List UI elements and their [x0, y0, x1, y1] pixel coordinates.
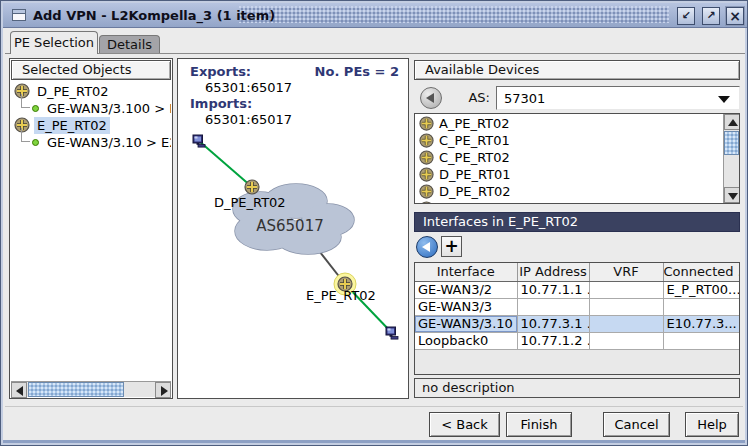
as-label: AS:	[460, 90, 490, 105]
ce-link-line	[199, 141, 252, 187]
tree-elbow-connector	[21, 128, 30, 142]
ce-computer-icon[interactable]	[386, 327, 398, 339]
device-name: D_PE_RT02	[439, 184, 511, 199]
cell-vrf[interactable]	[589, 281, 663, 298]
table-row[interactable]: GE-WAN3/2 10.77.1.1 . E_P_RT00...	[415, 281, 739, 298]
table-row-selected[interactable]: GE-WAN3/3.10 10.77.3.1 .. E10.77.3...	[415, 315, 739, 332]
cell-ip[interactable]: 10.77.1.2 .	[517, 332, 589, 349]
device-list-item[interactable]: A_PE_RT02	[415, 115, 722, 132]
column-header[interactable]: IP Address	[517, 263, 589, 281]
horizontal-scrollbar[interactable]	[11, 381, 171, 397]
minimize-icon[interactable]: ↙	[677, 7, 695, 25]
device-list-item[interactable]: E_PE_RT01	[415, 200, 722, 204]
device-list-item[interactable]: C_PE_RT02	[415, 149, 722, 166]
device-name: C_PE_RT02	[439, 150, 510, 165]
scrollbar-thumb[interactable]	[28, 382, 124, 397]
selected-objects-tree: D_PE_RT02 GE-WAN3/3.100 > E201 E_PE_RT02…	[11, 83, 171, 380]
topology-panel: Exports: 65301:65017 No. PEs = 2 Imports…	[177, 58, 409, 399]
interfaces-header: Interfaces in E_PE_RT02	[414, 212, 740, 232]
tree-item-label: GE-WAN3/3.10 > E201.	[44, 134, 171, 151]
as-cloud-label: AS65017	[256, 217, 324, 235]
device-list: A_PE_RT02 C_PE_RT01 C_PE_RT02 D_PE_RT01 …	[414, 113, 740, 204]
as-selector-row: AS: 57301	[414, 84, 740, 112]
cell-vrf[interactable]	[589, 298, 663, 315]
router-icon	[419, 150, 434, 165]
left-arrow-icon	[422, 242, 430, 252]
left-arrow-icon	[426, 93, 434, 103]
cell-ip[interactable]	[517, 298, 589, 315]
device-name: D_PE_RT01	[439, 167, 511, 182]
router-icon	[419, 116, 434, 131]
cancel-button[interactable]: Cancel	[603, 412, 670, 437]
maximize-icon[interactable]: ↗	[702, 7, 720, 25]
vertical-scrollbar[interactable]	[723, 114, 739, 203]
table-row[interactable]: GE-WAN3/3	[415, 298, 739, 315]
collapse-left-button-blue[interactable]	[416, 236, 438, 258]
tab-pe-selection[interactable]: PE Selection	[10, 31, 98, 54]
description-box: no description	[414, 378, 740, 398]
device-list-item[interactable]: D_PE_RT02	[415, 183, 722, 200]
tree-elbow-connector	[21, 94, 30, 108]
column-header[interactable]: VRF	[589, 263, 663, 281]
interface-dot-icon	[32, 139, 39, 146]
collapse-left-button[interactable]	[420, 87, 442, 109]
title-bar[interactable]: Add VPN - L2Kompella_3 (1 item) ↙ ↗ ×	[3, 3, 747, 28]
device-name: E_PE_RT01	[439, 201, 509, 204]
node-label-d: D_PE_RT02	[214, 195, 286, 210]
scrollbar-thumb[interactable]	[724, 131, 739, 155]
cell-connected[interactable]	[663, 332, 739, 349]
cell-connected[interactable]: E_P_RT00...	[663, 281, 739, 298]
cell-ip[interactable]: 10.77.1.1 .	[517, 281, 589, 298]
available-devices-panel: Available Devices AS: 57301 A_PE_RT02 C_…	[413, 58, 741, 399]
device-name: A_PE_RT02	[439, 116, 510, 131]
interfaces-table: Interface IP Address VRF Connected ... G…	[414, 262, 740, 375]
column-header[interactable]: Connected ...	[663, 263, 739, 281]
cell-interface[interactable]: Loopback0	[415, 332, 517, 349]
cell-connected[interactable]: E10.77.3...	[663, 315, 739, 332]
tab-details[interactable]: Details	[99, 35, 160, 54]
add-vpn-dialog: Add VPN - L2Kompella_3 (1 item) ↙ ↗ × PE…	[0, 0, 748, 446]
tree-item-device-selected[interactable]: E_PE_RT02	[11, 117, 171, 134]
scroll-down-button[interactable]	[724, 187, 740, 203]
cell-vrf[interactable]	[589, 332, 663, 349]
cell-connected[interactable]	[663, 298, 739, 315]
window-title: Add VPN - L2Kompella_3 (1 item)	[33, 8, 275, 23]
scroll-left-button[interactable]	[11, 382, 27, 398]
cell-interface[interactable]: GE-WAN3/3.10	[415, 315, 517, 332]
tree-item-label: D_PE_RT02	[34, 83, 112, 100]
router-icon	[419, 167, 434, 182]
cell-interface[interactable]: GE-WAN3/2	[415, 281, 517, 298]
router-icon	[419, 133, 434, 148]
table-header-row: Interface IP Address VRF Connected ...	[415, 263, 739, 281]
column-header[interactable]: Interface	[415, 263, 517, 281]
cell-interface[interactable]: GE-WAN3/3	[415, 298, 517, 315]
finish-button[interactable]: Finish	[506, 412, 572, 437]
cell-ip[interactable]: 10.77.3.1 ..	[517, 315, 589, 332]
as-combobox[interactable]: 57301	[496, 86, 740, 110]
interface-dot-icon	[32, 105, 39, 112]
tree-item-label: E_PE_RT02	[34, 117, 110, 134]
device-list-item[interactable]: D_PE_RT01	[415, 166, 722, 183]
cell-vrf[interactable]	[589, 315, 663, 332]
topology-map: AS65017 D_PE_RT02 E_PE_RT02	[178, 59, 408, 398]
chevron-down-icon	[718, 96, 730, 103]
title-bar-texture	[239, 6, 669, 23]
node-label-e: E_PE_RT02	[306, 288, 376, 303]
scroll-up-button[interactable]	[724, 114, 740, 130]
scroll-right-button[interactable]	[155, 382, 171, 398]
tree-item-interface[interactable]: GE-WAN3/3.10 > E201.	[11, 134, 171, 151]
tree-item-device[interactable]: D_PE_RT02	[11, 83, 171, 100]
pe-router-node-d[interactable]	[245, 180, 259, 194]
help-button[interactable]: Help	[685, 412, 739, 437]
available-devices-header: Available Devices	[414, 60, 740, 80]
back-button[interactable]: < Back	[429, 412, 500, 437]
table-row[interactable]: Loopback0 10.77.1.2 .	[415, 332, 739, 349]
close-icon[interactable]: ×	[726, 7, 744, 25]
router-icon	[419, 201, 434, 204]
device-list-item[interactable]: C_PE_RT01	[415, 132, 722, 149]
add-icon[interactable]: +	[441, 236, 462, 257]
as-combobox-value: 57301	[504, 91, 545, 106]
footer-separator	[5, 406, 743, 408]
tree-item-interface[interactable]: GE-WAN3/3.100 > E201	[11, 100, 171, 117]
ce-computer-icon[interactable]	[193, 135, 205, 147]
